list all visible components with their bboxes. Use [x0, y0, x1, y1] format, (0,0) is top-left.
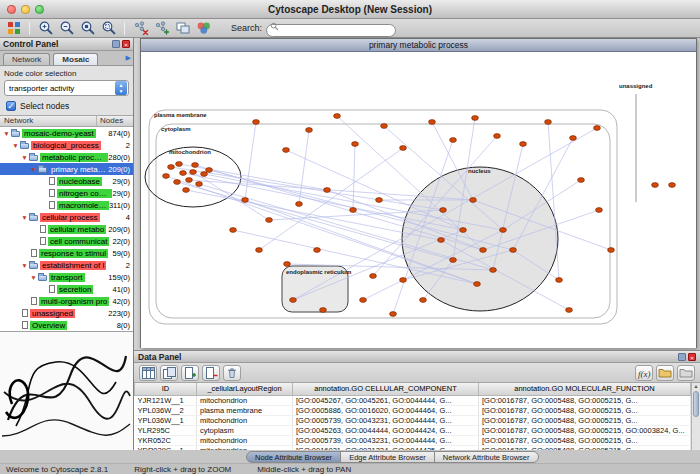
network-node[interactable] [400, 146, 407, 151]
tree-expander-icon[interactable]: ▼ [20, 154, 29, 161]
import-attributes-button[interactable] [656, 365, 674, 381]
network-node[interactable] [168, 165, 175, 170]
table-column-header[interactable]: annotation.GO CELLULAR_COMPONENT [293, 383, 479, 395]
network-node[interactable] [176, 162, 183, 167]
delete-attribute-button[interactable] [202, 365, 220, 381]
tree-row[interactable]: ▼biological_process2 [0, 139, 133, 151]
tree-row[interactable]: ▼metabolic process280(0) [0, 151, 133, 163]
tree-expander-icon[interactable]: ▼ [20, 214, 29, 221]
network-node[interactable] [494, 134, 501, 139]
network-node[interactable] [324, 188, 331, 193]
tree-row[interactable]: ▼mosaic-demo-yeast874(0) [0, 127, 133, 139]
network-node[interactable] [472, 116, 479, 121]
table-column-header[interactable]: ID [135, 383, 197, 395]
network-node[interactable] [480, 248, 487, 253]
network-node[interactable] [470, 198, 477, 203]
network-node[interactable] [450, 138, 457, 143]
network-node[interactable] [183, 188, 190, 193]
tree-expander-icon[interactable]: ▼ [11, 142, 20, 149]
network-node[interactable] [429, 120, 436, 125]
select-nodes-checkbox[interactable]: ✓ [6, 101, 16, 111]
network-node[interactable] [510, 248, 517, 253]
network-node[interactable] [192, 163, 199, 168]
tree-row[interactable]: ▼establishment of l2 [0, 259, 133, 271]
tree-expander-icon[interactable]: ▼ [29, 166, 38, 173]
tree-expander-icon[interactable]: ▼ [29, 274, 38, 281]
network-node[interactable] [440, 208, 447, 213]
network-node[interactable] [370, 274, 377, 279]
network-node[interactable] [578, 178, 585, 183]
network-node[interactable] [596, 208, 603, 213]
network-node[interactable] [566, 308, 573, 313]
network-node[interactable] [266, 218, 273, 223]
function-builder-button[interactable]: f(x) [635, 365, 653, 381]
network-node[interactable] [570, 136, 577, 141]
table-column-header[interactable]: annotation.GO MOLECULAR_FUNCTION [479, 383, 691, 395]
network-node[interactable] [163, 174, 170, 179]
network-node[interactable] [669, 183, 676, 188]
network-node[interactable] [420, 298, 427, 303]
tree-row[interactable]: cell communicat22(0) [0, 235, 133, 247]
tree-row[interactable]: unassigned223(0) [0, 307, 133, 319]
tab-edge-attribute-browser[interactable]: Edge Attribute Browser [340, 451, 435, 463]
close-panel-icon[interactable]: × [122, 40, 130, 48]
tab-node-attribute-browser[interactable]: Node Attribute Browser [246, 451, 341, 463]
zoom-fit-button[interactable] [99, 20, 118, 37]
minimize-window-button[interactable] [21, 5, 30, 14]
network-node[interactable] [556, 278, 563, 283]
network-node[interactable] [290, 298, 297, 303]
network-node[interactable] [334, 114, 341, 119]
tree-row[interactable]: macromolecule311(0) [0, 199, 133, 211]
network-node[interactable] [490, 268, 497, 273]
network-node[interactable] [186, 178, 193, 183]
network-overview-thumbnail[interactable] [0, 331, 133, 450]
tree-row[interactable]: multi-organism pro42(0) [0, 295, 133, 307]
scrollbar-thumb[interactable] [693, 391, 699, 417]
tree-row[interactable]: ▼transport159(0) [0, 271, 133, 283]
network-node[interactable] [284, 262, 291, 267]
network-node[interactable] [474, 282, 481, 287]
network-node[interactable] [390, 312, 397, 317]
network-node[interactable] [438, 238, 445, 243]
network-node[interactable] [352, 142, 359, 147]
table-scrollbar[interactable]: ▲ [691, 383, 700, 450]
network-node[interactable] [652, 183, 659, 188]
zoom-selected-button[interactable] [78, 20, 97, 37]
tree-expander-icon[interactable]: ▼ [20, 262, 29, 269]
tree-row[interactable]: secretion41(0) [0, 283, 133, 295]
select-attributes-button[interactable] [139, 365, 157, 381]
network-node[interactable] [256, 248, 263, 253]
trash-button[interactable] [223, 365, 241, 381]
tree-row[interactable]: ▼primary metabo209(0) [0, 163, 133, 175]
close-window-button[interactable] [7, 5, 16, 14]
network-node[interactable] [320, 308, 327, 313]
network-node[interactable] [283, 148, 290, 153]
table-row[interactable]: YPL036W__2plasma membrane[GO:0005886, GO… [135, 405, 691, 415]
new-attribute-button[interactable] [181, 365, 199, 381]
network-node[interactable] [350, 208, 357, 213]
clone-network-button[interactable] [173, 20, 192, 37]
network-node[interactable] [460, 228, 467, 233]
table-row[interactable]: YJR121W__1mitochondrion[GO:0045267, GO:0… [135, 395, 691, 405]
network-node[interactable] [306, 128, 313, 133]
vizmapper-button[interactable] [194, 20, 213, 37]
tree-row[interactable]: response to stimul59(0) [0, 247, 133, 259]
table-row[interactable]: YKR052Cmitochondrion[GO:0005739, GO:0043… [135, 435, 691, 445]
network-node[interactable] [190, 170, 197, 175]
network-node[interactable] [376, 198, 383, 203]
search-input[interactable] [266, 24, 396, 37]
network-node[interactable] [608, 248, 615, 253]
network-node[interactable] [360, 298, 367, 303]
tab-network[interactable]: Network [3, 53, 50, 65]
network-canvas[interactable]: plasma membranecytoplasmmitochondrionnuc… [141, 52, 696, 348]
destroy-network-button[interactable] [131, 20, 150, 37]
node-color-dropdown[interactable]: transporter activity ▲▼ [4, 80, 129, 96]
network-node[interactable] [253, 120, 260, 125]
network-node[interactable] [174, 180, 181, 185]
tree-expander-icon[interactable]: ▼ [2, 130, 11, 137]
network-node[interactable] [594, 126, 601, 131]
tab-network-attribute-browser[interactable]: Network Attribute Browser [434, 451, 539, 463]
network-node[interactable] [206, 168, 213, 173]
network-view-title[interactable]: primary metabolic process [141, 39, 696, 52]
network-node[interactable] [242, 198, 249, 203]
